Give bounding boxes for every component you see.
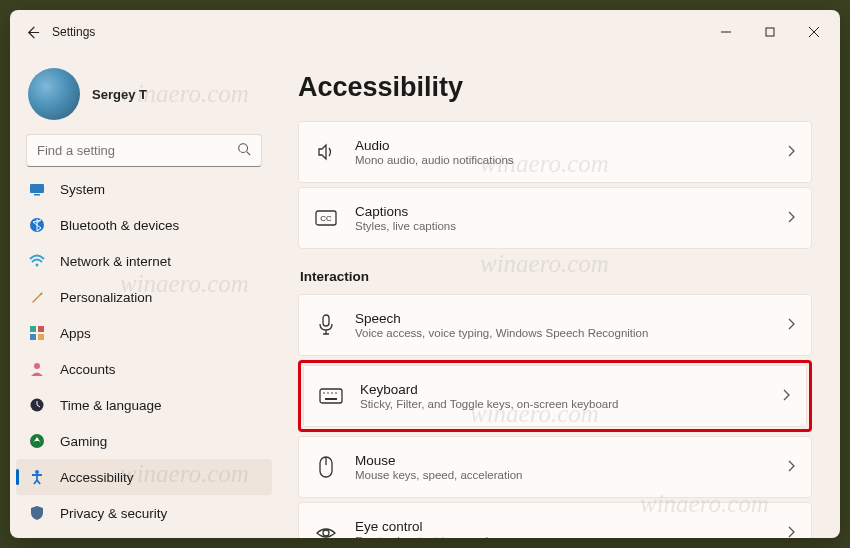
sidebar-item-system[interactable]: System	[16, 177, 272, 207]
card-mouse[interactable]: MouseMouse keys, speed, acceleration	[298, 436, 812, 498]
maximize-button[interactable]	[748, 16, 792, 48]
svg-rect-1	[766, 28, 774, 36]
svg-rect-6	[30, 184, 44, 193]
minimize-button[interactable]	[704, 16, 748, 48]
card-title: Mouse	[355, 453, 787, 468]
window-controls	[704, 16, 836, 48]
system-icon	[28, 180, 46, 198]
chevron-right-icon	[782, 389, 790, 404]
accounts-icon	[28, 360, 46, 378]
sidebar-item-gaming[interactable]: Gaming	[16, 423, 272, 459]
search-box[interactable]	[26, 134, 262, 167]
sidebar-item-label: Accessibility	[60, 470, 134, 485]
settings-window: Settings Sergey T SystemBluetooth & devi…	[10, 10, 840, 538]
sidebar-item-apps[interactable]: Apps	[16, 315, 272, 351]
svg-point-4	[239, 144, 248, 153]
card-subtitle: Styles, live captions	[355, 220, 787, 232]
svg-rect-12	[30, 334, 36, 340]
sidebar-item-personalization[interactable]: Personalization	[16, 279, 272, 315]
sidebar-item-label: Network & internet	[60, 254, 171, 269]
back-button[interactable]	[14, 14, 50, 50]
svg-point-14	[34, 363, 40, 369]
avatar	[28, 68, 80, 120]
svg-rect-21	[320, 389, 342, 403]
section-label: Interaction	[300, 269, 812, 284]
svg-rect-10	[30, 326, 36, 332]
svg-point-24	[331, 392, 333, 394]
svg-rect-7	[34, 194, 40, 196]
time-icon	[28, 396, 46, 414]
window-title: Settings	[52, 25, 95, 39]
highlight-keyboard: KeyboardSticky, Filter, and Toggle keys,…	[298, 360, 812, 432]
sidebar-item-label: Gaming	[60, 434, 107, 449]
arrow-left-icon	[25, 25, 40, 40]
search-input[interactable]	[37, 143, 237, 158]
captions-icon: CC	[313, 205, 339, 231]
sidebar-item-accessibility[interactable]: Accessibility	[16, 459, 272, 495]
sidebar-item-accounts[interactable]: Accounts	[16, 351, 272, 387]
card-subtitle: Voice access, voice typing, Windows Spee…	[355, 327, 787, 339]
chevron-right-icon	[787, 318, 795, 333]
card-subtitle: Mouse keys, speed, acceleration	[355, 469, 787, 481]
card-title: Captions	[355, 204, 787, 219]
chevron-right-icon	[787, 460, 795, 475]
bluetooth-icon	[28, 216, 46, 234]
mouse-icon	[313, 454, 339, 480]
svg-line-5	[247, 152, 251, 156]
nav-list[interactable]: SystemBluetooth & devicesNetwork & inter…	[10, 177, 278, 528]
sidebar: Sergey T SystemBluetooth & devicesNetwor…	[10, 54, 278, 538]
card-speech[interactable]: SpeechVoice access, voice typing, Window…	[298, 294, 812, 356]
card-keyboard[interactable]: KeyboardSticky, Filter, and Toggle keys,…	[303, 365, 807, 427]
sidebar-item-label: Privacy & security	[60, 506, 167, 521]
keyboard-icon	[318, 383, 344, 409]
search-icon	[237, 142, 251, 159]
chevron-right-icon	[787, 145, 795, 160]
sidebar-item-label: Apps	[60, 326, 91, 341]
profile-block[interactable]: Sergey T	[10, 60, 278, 134]
svg-point-9	[36, 264, 39, 267]
chevron-right-icon	[787, 526, 795, 539]
sidebar-item-label: Bluetooth & devices	[60, 218, 179, 233]
svg-rect-11	[38, 326, 44, 332]
network-icon	[28, 252, 46, 270]
card-subtitle: Sticky, Filter, and Toggle keys, on-scre…	[360, 398, 782, 410]
card-captions[interactable]: CCCaptionsStyles, live captions	[298, 187, 812, 249]
sidebar-item-label: Accounts	[60, 362, 116, 377]
svg-point-25	[335, 392, 337, 394]
sidebar-item-time[interactable]: Time & language	[16, 387, 272, 423]
card-subtitle: Eye tracker, text-to-speech	[355, 535, 787, 538]
sidebar-item-label: Time & language	[60, 398, 162, 413]
card-audio[interactable]: AudioMono audio, audio notifications	[298, 121, 812, 183]
sidebar-item-bluetooth[interactable]: Bluetooth & devices	[16, 207, 272, 243]
chevron-right-icon	[787, 211, 795, 226]
audio-icon	[313, 139, 339, 165]
svg-rect-20	[323, 315, 329, 326]
sidebar-item-label: Personalization	[60, 290, 152, 305]
card-title: Keyboard	[360, 382, 782, 397]
titlebar: Settings	[10, 10, 840, 54]
close-button[interactable]	[792, 16, 836, 48]
svg-point-23	[327, 392, 329, 394]
accessibility-icon	[28, 468, 46, 486]
profile-name: Sergey T	[92, 87, 147, 102]
svg-point-29	[323, 530, 329, 536]
apps-icon	[28, 324, 46, 342]
card-title: Audio	[355, 138, 787, 153]
main-content: Accessibility AudioMono audio, audio not…	[278, 54, 840, 538]
eyecontrol-icon	[313, 520, 339, 538]
sidebar-item-label: System	[60, 182, 105, 197]
svg-point-17	[35, 470, 39, 474]
sidebar-item-network[interactable]: Network & internet	[16, 243, 272, 279]
svg-rect-13	[38, 334, 44, 340]
card-title: Eye control	[355, 519, 787, 534]
personalization-icon	[28, 288, 46, 306]
gaming-icon	[28, 432, 46, 450]
card-title: Speech	[355, 311, 787, 326]
speech-icon	[313, 312, 339, 338]
card-subtitle: Mono audio, audio notifications	[355, 154, 787, 166]
svg-text:CC: CC	[320, 214, 332, 223]
sidebar-item-privacy[interactable]: Privacy & security	[16, 495, 272, 528]
card-eyecontrol[interactable]: Eye controlEye tracker, text-to-speech	[298, 502, 812, 538]
svg-point-22	[323, 392, 325, 394]
privacy-icon	[28, 504, 46, 522]
